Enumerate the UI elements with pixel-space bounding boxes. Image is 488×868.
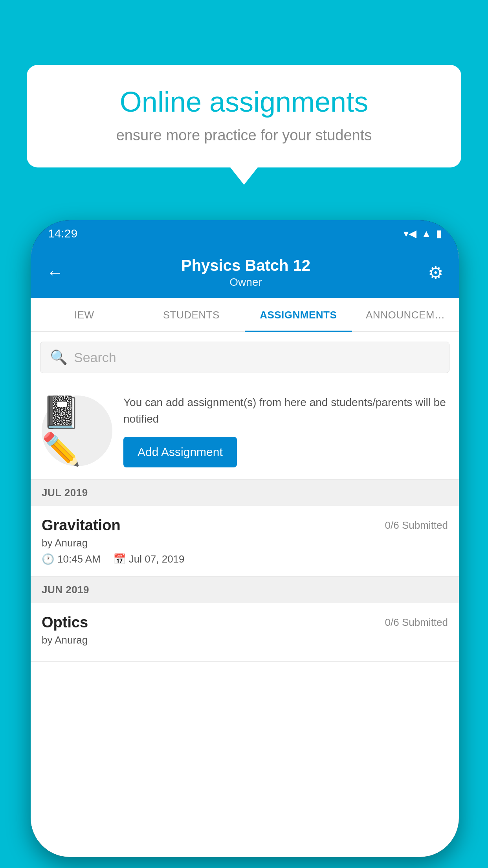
calendar-icon: 📅 — [113, 553, 126, 565]
settings-icon[interactable]: ⚙ — [428, 263, 443, 283]
speech-bubble-container: Online assignments ensure more practice … — [27, 65, 461, 167]
speech-bubble-title: Online assignments — [50, 86, 438, 118]
assignment-time-gravitation: 🕐 10:45 AM — [42, 553, 101, 565]
promo-text-area: You can add assignment(s) from here and … — [123, 394, 448, 467]
assignment-author-optics: by Anurag — [42, 634, 448, 646]
assignment-promo: 📓✏️ You can add assignment(s) from here … — [31, 383, 459, 480]
phone-screen: ← Physics Batch 12 Owner ⚙ IEW STUDENTS … — [31, 247, 459, 857]
search-bar-container: 🔍 Search — [31, 332, 459, 383]
search-placeholder: Search — [74, 350, 116, 365]
assignment-name-gravitation: Gravitation — [42, 517, 121, 534]
tab-assignments[interactable]: ASSIGNMENTS — [245, 298, 352, 332]
assignment-time-value: 10:45 AM — [57, 553, 101, 565]
status-icons: ▾◀ ▲ ▮ — [404, 228, 442, 240]
section-header-jul: JUL 2019 — [31, 480, 459, 506]
assignment-date-gravitation: 📅 Jul 07, 2019 — [113, 553, 185, 565]
battery-icon: ▮ — [436, 228, 442, 240]
tabs-bar: IEW STUDENTS ASSIGNMENTS ANNOUNCEM… — [31, 298, 459, 332]
speech-bubble-subtitle: ensure more practice for your students — [50, 127, 438, 144]
assignment-name-optics: Optics — [42, 614, 88, 631]
tab-announcements[interactable]: ANNOUNCEM… — [352, 298, 459, 331]
search-bar[interactable]: 🔍 Search — [40, 342, 449, 373]
header-title: Physics Batch 12 — [181, 257, 310, 274]
clock-icon: 🕐 — [42, 553, 54, 565]
signal-icon: ▲ — [421, 228, 431, 240]
status-bar: 14:29 ▾◀ ▲ ▮ — [31, 220, 459, 247]
section-header-jun: JUN 2019 — [31, 577, 459, 603]
add-assignment-button[interactable]: Add Assignment — [123, 437, 237, 467]
header-center: Physics Batch 12 Owner — [181, 257, 310, 289]
assignment-author-gravitation: by Anurag — [42, 537, 448, 549]
assignment-submitted-optics: 0/6 Submitted — [385, 616, 448, 629]
search-icon: 🔍 — [50, 349, 68, 366]
assignment-item-gravitation[interactable]: Gravitation 0/6 Submitted by Anurag 🕐 10… — [31, 506, 459, 577]
speech-bubble: Online assignments ensure more practice … — [27, 65, 461, 167]
wifi-icon: ▾◀ — [404, 228, 416, 240]
assignment-submitted-gravitation: 0/6 Submitted — [385, 519, 448, 531]
promo-description: You can add assignment(s) from here and … — [123, 394, 448, 427]
notebook-icon: 📓✏️ — [42, 394, 112, 468]
promo-icon-circle: 📓✏️ — [42, 395, 112, 466]
assignment-meta-gravitation: 🕐 10:45 AM 📅 Jul 07, 2019 — [42, 553, 448, 565]
app-header: ← Physics Batch 12 Owner ⚙ — [31, 247, 459, 298]
assignment-date-value: Jul 07, 2019 — [129, 553, 185, 565]
back-button[interactable]: ← — [46, 263, 64, 282]
tab-iew[interactable]: IEW — [31, 298, 138, 331]
status-time: 14:29 — [48, 227, 77, 240]
assignment-item-top-optics: Optics 0/6 Submitted — [42, 614, 448, 631]
tab-students[interactable]: STUDENTS — [138, 298, 245, 331]
header-subtitle: Owner — [181, 276, 310, 289]
assignment-item-top: Gravitation 0/6 Submitted — [42, 517, 448, 534]
phone-frame: 14:29 ▾◀ ▲ ▮ ← Physics Batch 12 Owner ⚙ … — [31, 220, 459, 857]
assignment-item-optics[interactable]: Optics 0/6 Submitted by Anurag — [31, 603, 459, 662]
